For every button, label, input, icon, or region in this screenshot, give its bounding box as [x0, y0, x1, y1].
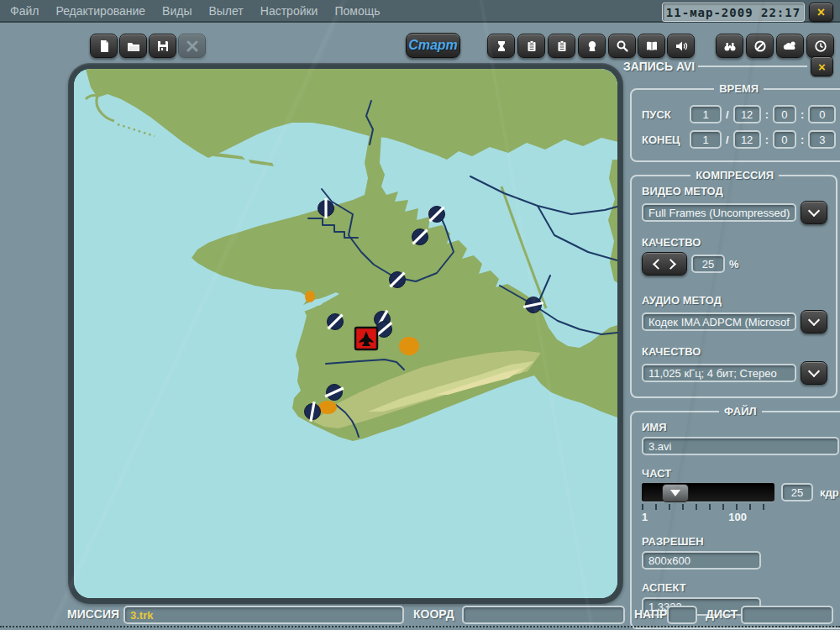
menu-item-flight[interactable]: Вылет	[208, 4, 243, 18]
chevron-down-icon	[808, 365, 820, 377]
start-day-field[interactable]: 1	[690, 105, 722, 123]
video-method-dropdown-button[interactable]	[801, 201, 827, 224]
audio-quality-dropdown[interactable]: 11,025 кГц; 4 бит; Стерео	[642, 364, 796, 382]
video-quality-stepper[interactable]	[642, 252, 687, 276]
pilot-head-icon	[585, 39, 599, 53]
framerate-slider[interactable]	[642, 483, 774, 501]
airfield-marker	[328, 314, 344, 330]
map-frame	[68, 63, 623, 604]
time-skip-button[interactable]	[487, 34, 515, 58]
airfield-marker	[376, 322, 392, 338]
slider-tick-labels: 1 100	[642, 511, 801, 523]
panel-close-button[interactable]: ×	[811, 56, 833, 76]
menu-item-help[interactable]: Помощь	[334, 4, 380, 18]
framerate-unit-label: кдр	[820, 486, 839, 499]
floppy-icon	[156, 39, 170, 53]
start-playback-button[interactable]: Старт	[406, 33, 460, 58]
x-icon	[186, 40, 198, 52]
compression-group-title: КОМПРЕССИЯ	[690, 169, 779, 181]
city-marker	[318, 401, 337, 414]
binoculars-icon	[723, 39, 737, 53]
date-separator: /	[726, 108, 729, 121]
menu-item-edit[interactable]: Редактирование	[55, 4, 145, 18]
time-group-title: ВРЕМЯ	[714, 82, 764, 95]
framerate-label: ЧАСТ	[642, 467, 839, 480]
audio-method-label: АУДИО МЕТОД	[642, 294, 827, 307]
heading-field[interactable]	[667, 606, 697, 624]
increase-icon[interactable]	[665, 259, 676, 270]
decrease-icon[interactable]	[653, 259, 664, 270]
audio-quality-dropdown-button[interactable]	[801, 361, 827, 385]
video-quality-field[interactable]: 25	[691, 255, 725, 273]
clipboard-icon	[555, 39, 569, 53]
save-track-button[interactable]	[149, 34, 176, 58]
mission-value: 3.trk	[130, 609, 153, 622]
airfield-marker	[412, 229, 428, 245]
briefing-button[interactable]	[517, 34, 545, 58]
menu-item-settings[interactable]: Настройки	[260, 4, 318, 18]
book-icon	[645, 39, 659, 53]
end-month-field[interactable]: 12	[733, 130, 761, 149]
menu-item-views[interactable]: Виды	[162, 4, 192, 18]
audio-quality-label: КАЧЕСТВО	[642, 345, 827, 358]
percent-label: %	[729, 258, 739, 270]
audio-method-dropdown-button[interactable]	[801, 310, 827, 333]
end-minute-field[interactable]: 3	[808, 130, 836, 149]
heading-label: НАПР	[634, 607, 667, 621]
start-month-field[interactable]: 12	[733, 105, 761, 123]
resolution-field[interactable]: 800x600	[642, 551, 761, 570]
airfield-marker	[390, 272, 406, 288]
start-time-label: ПУСК	[642, 108, 685, 121]
tick-max-label: 100	[728, 511, 747, 523]
status-bar: МИССИЯ 3.trk КООРД НАПР ДИСТ	[0, 603, 840, 627]
time-separator: :	[765, 108, 769, 121]
aspect-label: АСПЕКТ	[642, 581, 839, 594]
video-method-dropdown[interactable]: Full Frames (Uncompressed)	[642, 203, 796, 222]
chevron-down-icon	[808, 205, 820, 217]
mission-field[interactable]: 3.trk	[123, 606, 404, 624]
new-track-button[interactable]	[90, 34, 118, 58]
coord-field[interactable]	[462, 606, 625, 624]
map-svg	[74, 69, 617, 598]
framerate-field[interactable]: 25	[781, 483, 813, 501]
pilot-button[interactable]	[578, 34, 606, 58]
open-track-button[interactable]	[119, 34, 147, 58]
menu-item-file[interactable]: Файл	[10, 4, 39, 18]
map-canvas[interactable]	[74, 69, 617, 598]
chevron-down-icon	[808, 314, 820, 326]
distance-field[interactable]	[741, 606, 833, 624]
speaker-icon	[675, 39, 688, 53]
panel-title: ЗАПИСЬ AVI	[623, 60, 695, 73]
compression-group: КОМПРЕССИЯ ВИДЕО МЕТОД Full Frames (Unco…	[630, 169, 837, 398]
end-time-label: КОНЕЦ	[642, 134, 685, 146]
end-hour-field[interactable]: 0	[773, 130, 796, 149]
log-button[interactable]	[548, 34, 575, 58]
panel-header: ЗАПИСЬ AVI ×	[623, 54, 833, 79]
hourglass-icon	[495, 39, 508, 53]
time-separator: :	[801, 134, 804, 146]
city-marker	[305, 291, 315, 302]
start-button-label: Старт	[408, 38, 458, 53]
time-separator: :	[801, 108, 804, 121]
end-day-field[interactable]: 1	[690, 130, 722, 149]
window-close-button[interactable]: ×	[809, 3, 833, 22]
document-icon	[97, 39, 111, 53]
time-separator: :	[765, 134, 769, 146]
slider-thumb[interactable]	[662, 484, 689, 502]
start-hour-field[interactable]: 0	[773, 105, 796, 123]
resolution-label: РАЗРЕШЕН	[642, 535, 839, 548]
file-group: ФАЙЛ ИМЯ 3.avi ЧАСТ 25 кдр 1 100 РАЗРЕШЕ…	[630, 405, 840, 629]
file-name-field[interactable]: 3.avi	[642, 437, 839, 455]
date-separator: /	[726, 134, 729, 146]
magnifier-icon	[616, 39, 629, 53]
folder-icon	[127, 39, 140, 53]
clipboard-icon	[525, 39, 538, 53]
start-minute-field[interactable]: 0	[808, 105, 836, 123]
audio-method-dropdown[interactable]: Кодек IMA ADPCM (Microsof	[642, 312, 796, 331]
datetime-display: 11-мар-2009 22:17	[662, 3, 805, 22]
city-marker	[399, 337, 419, 355]
clock-icon	[814, 39, 827, 53]
il2-avi-record-screen: Файл Редактирование Виды Вылет Настройки…	[0, 0, 840, 630]
avi-record-panel: ЗАПИСЬ AVI × ВРЕМЯ ПУСК 1 / 12 : 0 : 0 К…	[622, 54, 837, 630]
coord-label: КООРД	[413, 607, 454, 621]
